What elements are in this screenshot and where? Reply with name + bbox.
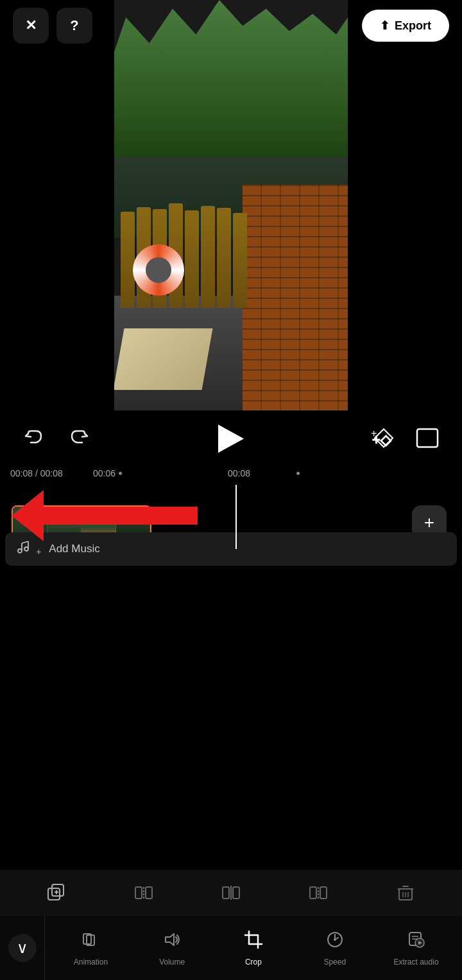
- time-ruler: 00:08 / 00:08 00:06 00:08: [0, 462, 462, 485]
- svg-marker-31: [166, 934, 174, 945]
- life-ring-inner: [146, 257, 171, 283]
- arrow-head: [12, 490, 44, 541]
- export-button[interactable]: ⬆ Export: [362, 10, 449, 42]
- delete-icon: [397, 884, 415, 902]
- nav-collapse-button[interactable]: ∨: [8, 934, 37, 962]
- split-center-button[interactable]: [214, 876, 248, 909]
- svg-rect-3: [417, 429, 438, 447]
- undo-icon: [23, 428, 44, 449]
- time-dot-1: [119, 472, 122, 475]
- svg-rect-36: [249, 935, 258, 944]
- help-button[interactable]: ?: [56, 8, 92, 44]
- crop-icon: [244, 930, 263, 954]
- video-frame: [114, 0, 348, 410]
- fence-post: [217, 208, 231, 308]
- volume-icon: [162, 930, 182, 954]
- duplicate-button[interactable]: [40, 876, 73, 909]
- fence-post: [185, 210, 199, 308]
- svg-line-8: [22, 541, 28, 543]
- svg-point-4: [18, 549, 22, 553]
- svg-point-38: [334, 938, 336, 941]
- music-icon: + +: [15, 539, 41, 559]
- extract-audio-icon: [407, 930, 426, 954]
- split-right-button[interactable]: [302, 876, 335, 909]
- animation-svg-icon: [81, 930, 100, 949]
- undo-button[interactable]: [21, 426, 46, 452]
- svg-rect-19: [233, 887, 239, 899]
- svg-rect-16: [146, 887, 152, 899]
- redo-icon: [69, 428, 90, 449]
- extract-audio-label: Extract audio: [394, 958, 439, 967]
- ramp: [114, 328, 213, 390]
- bottom-toolbar: [0, 870, 462, 916]
- split-center-icon: [221, 883, 241, 902]
- svg-text:+: +: [371, 428, 377, 439]
- keyframe-button[interactable]: +◇ +: [370, 424, 398, 454]
- split-left-icon: [134, 883, 153, 902]
- svg-rect-14: [135, 887, 142, 899]
- fullscreen-button[interactable]: [413, 424, 441, 454]
- crop-svg-icon: [244, 930, 263, 949]
- svg-point-5: [24, 547, 28, 551]
- volume-label: Volume: [159, 958, 185, 967]
- life-ring: [133, 244, 184, 296]
- keyframe-icon: +◇ +: [370, 424, 398, 452]
- duplicate-icon: [47, 883, 66, 902]
- svg-rect-11: [52, 884, 64, 896]
- time-6s: 00:06: [93, 468, 116, 478]
- redo-button[interactable]: [67, 426, 92, 452]
- chevron-down-icon: ∨: [17, 939, 28, 957]
- timeline-section: 00:08 / 00:08 00:06 00:08 6.5s: [0, 462, 462, 839]
- bottom-nav: ∨ Animation Volume: [0, 916, 462, 980]
- speed-icon: [325, 930, 345, 954]
- nav-item-extract-audio[interactable]: Extract audio: [394, 930, 439, 967]
- svg-rect-20: [310, 887, 316, 899]
- extract-audio-svg-icon: [407, 930, 426, 949]
- playhead-line: [235, 485, 237, 549]
- play-triangle-icon: [218, 425, 244, 453]
- nav-chevron: ∨: [0, 916, 45, 980]
- delete-button[interactable]: [389, 876, 422, 909]
- split-left-button[interactable]: [127, 876, 160, 909]
- arrow-body: [44, 507, 198, 525]
- video-scene: [114, 0, 348, 410]
- animation-icon: [81, 930, 100, 954]
- fence-post: [233, 213, 247, 308]
- red-arrow-shape: [12, 490, 198, 541]
- controls-bar: +◇ +: [0, 416, 462, 462]
- nav-item-volume[interactable]: Volume: [150, 930, 194, 967]
- speed-svg-icon: [325, 930, 345, 949]
- svg-rect-17: [223, 887, 229, 899]
- nav-items: Animation Volume: [45, 930, 462, 967]
- add-music-label: Add Music: [49, 543, 99, 555]
- right-controls: +◇ +: [370, 424, 441, 454]
- play-button[interactable]: [218, 425, 244, 453]
- speed-label: Speed: [323, 958, 346, 967]
- top-bar: ✕ ? ⬆ Export: [0, 0, 462, 51]
- life-ring-outer: [133, 244, 184, 296]
- nav-item-animation[interactable]: Animation: [68, 930, 113, 967]
- video-preview: [114, 0, 348, 410]
- close-button[interactable]: ✕: [13, 8, 49, 44]
- nav-item-crop[interactable]: Crop: [231, 930, 276, 967]
- fence-post: [201, 206, 215, 308]
- red-arrow-annotation: [12, 490, 198, 541]
- nav-item-speed[interactable]: Speed: [312, 930, 357, 967]
- split-right-icon: [309, 883, 328, 902]
- top-left-buttons: ✕ ?: [13, 8, 92, 44]
- svg-rect-22: [320, 887, 327, 899]
- fullscreen-icon: [413, 424, 441, 452]
- time-8s: 00:08: [228, 468, 250, 478]
- time-current: 00:08 / 00:08: [10, 468, 63, 478]
- left-controls: [21, 426, 92, 452]
- time-dot-2: [296, 472, 300, 475]
- volume-svg-icon: [162, 930, 182, 949]
- music-note-icon: +: [15, 539, 31, 555]
- export-icon: ⬆: [380, 19, 389, 33]
- animation-label: Animation: [74, 958, 108, 967]
- crop-label: Crop: [245, 958, 262, 967]
- svg-rect-10: [48, 888, 60, 900]
